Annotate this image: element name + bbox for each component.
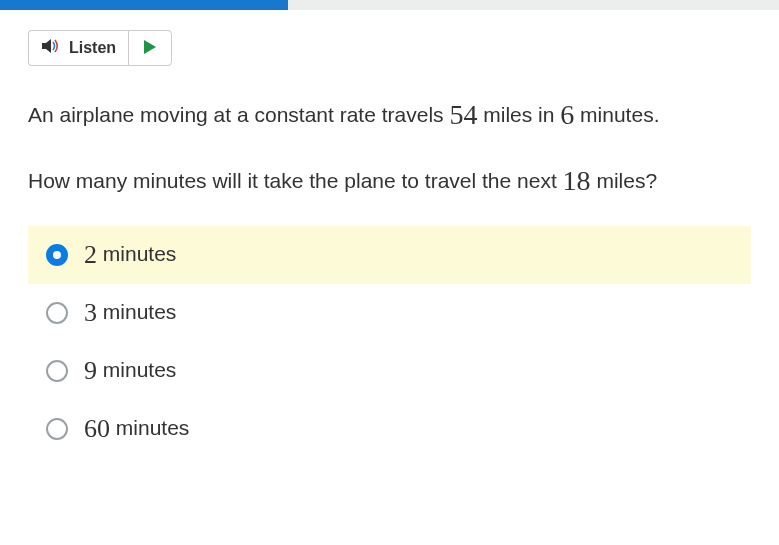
radio-icon (46, 418, 68, 440)
option-unit: minutes (103, 242, 177, 265)
radio-icon (46, 360, 68, 382)
answer-options: 2 minutes 3 minutes 9 minutes 60 minutes (28, 226, 751, 458)
listen-button[interactable]: Listen (28, 30, 128, 66)
option-0[interactable]: 2 minutes (28, 226, 751, 284)
option-2[interactable]: 9 minutes (28, 342, 751, 400)
option-unit: minutes (116, 416, 190, 439)
number: 18 (563, 165, 591, 196)
text: minutes. (574, 103, 659, 126)
progress-bar (0, 0, 779, 10)
audio-toolbar: Listen (28, 30, 751, 66)
question-line-1: An airplane moving at a constant rate tr… (28, 94, 751, 136)
option-unit: minutes (103, 358, 177, 381)
option-3[interactable]: 60 minutes (28, 400, 751, 458)
text: miles in (477, 103, 560, 126)
option-value: 9 (84, 356, 97, 385)
speaker-icon (41, 37, 61, 59)
text: An airplane moving at a constant rate tr… (28, 103, 449, 126)
option-label: 2 minutes (84, 240, 176, 270)
option-label: 60 minutes (84, 414, 189, 444)
option-unit: minutes (103, 300, 177, 323)
option-value: 60 (84, 414, 110, 443)
number: 54 (449, 99, 477, 130)
text: How many minutes will it take the plane … (28, 169, 563, 192)
radio-icon (46, 302, 68, 324)
option-1[interactable]: 3 minutes (28, 284, 751, 342)
listen-label: Listen (69, 39, 116, 57)
option-value: 3 (84, 298, 97, 327)
option-value: 2 (84, 240, 97, 269)
radio-icon (46, 244, 68, 266)
play-icon (143, 39, 157, 58)
option-label: 3 minutes (84, 298, 176, 328)
text: miles? (591, 169, 658, 192)
number: 6 (560, 99, 574, 130)
progress-fill (0, 0, 288, 10)
question-line-2: How many minutes will it take the plane … (28, 160, 751, 202)
option-label: 9 minutes (84, 356, 176, 386)
play-button[interactable] (128, 30, 172, 66)
